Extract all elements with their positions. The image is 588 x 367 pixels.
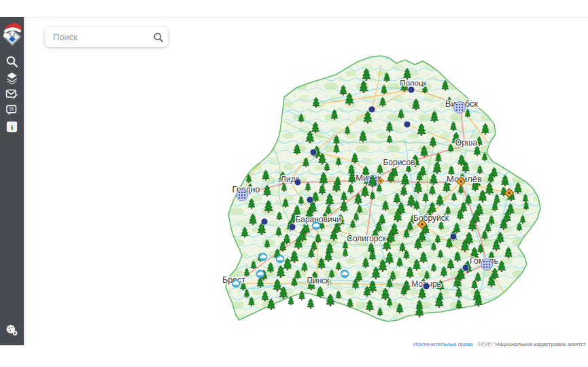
cloud-marker[interactable]	[232, 279, 240, 287]
city-label: Орша	[455, 138, 478, 147]
app-window: ПолоцкВитебскОршаБорисовМинскЛидаГродноМ…	[0, 0, 588, 367]
city-label: Бобруйск	[413, 213, 449, 223]
svg-text:?!: ?!	[9, 106, 14, 112]
nca-logo-santa[interactable]	[1, 19, 24, 49]
cloud-marker[interactable]	[256, 270, 264, 278]
cookie-settings-button[interactable]	[3, 323, 22, 337]
search-icon	[153, 32, 164, 43]
map-canvas[interactable]: ПолоцкВитебскОршаБорисовМинскЛидаГродноМ…	[0, 0, 588, 367]
feedback-button[interactable]	[3, 87, 22, 101]
city-marker[interactable]	[454, 102, 466, 113]
town-marker[interactable]	[289, 224, 296, 230]
town-marker[interactable]	[462, 264, 469, 271]
city-marker[interactable]	[481, 259, 493, 270]
help-button[interactable]: ?!	[3, 103, 22, 118]
christmas-tree-marker[interactable]	[288, 297, 294, 305]
city-label: Пинск	[307, 276, 330, 285]
search-tool-button[interactable]	[3, 54, 22, 69]
content-divider	[24, 17, 588, 18]
search-box	[45, 27, 168, 47]
map-attribution: Исключительные права©ГУП "Национальное к…	[413, 341, 586, 348]
city-label: Полоцк	[400, 79, 427, 87]
town-marker[interactable]	[307, 196, 313, 203]
search-submit-button[interactable]	[149, 27, 168, 47]
mail-edit-icon	[5, 88, 18, 101]
cloud-marker[interactable]	[276, 255, 284, 263]
cookie-gear-icon	[5, 324, 19, 337]
sidebar: ?! i	[0, 17, 24, 345]
city-label: Борисов	[383, 158, 415, 167]
town-marker[interactable]	[408, 86, 415, 93]
info-icon: i	[6, 121, 18, 133]
search-icon	[5, 55, 18, 68]
search-input[interactable]	[45, 32, 149, 42]
town-marker[interactable]	[404, 121, 411, 128]
cloud-marker[interactable]	[259, 253, 267, 261]
city-label: Солигорск	[347, 234, 386, 243]
info-button[interactable]: i	[3, 120, 22, 134]
copyright-text: ©ГУП "Национальное кадастровое агентст	[478, 341, 586, 347]
town-marker[interactable]	[423, 283, 430, 290]
cloud-marker[interactable]	[341, 270, 349, 278]
layers-icon	[5, 71, 18, 84]
town-marker[interactable]	[368, 106, 375, 113]
belarus-map[interactable]: ПолоцкВитебскОршаБорисовМинскЛидаГродноМ…	[0, 0, 588, 367]
town-marker[interactable]	[310, 149, 317, 156]
svg-text:i: i	[11, 123, 13, 131]
cloud-marker[interactable]	[312, 222, 320, 230]
chat-question-icon: ?!	[5, 104, 18, 117]
town-marker[interactable]	[261, 218, 268, 225]
town-marker[interactable]	[294, 179, 301, 186]
city-marker[interactable]	[237, 190, 248, 201]
exclusive-rights-link[interactable]: Исключительные права	[413, 341, 473, 347]
sidebar-nav: ?! i	[3, 54, 22, 134]
layers-button[interactable]	[3, 71, 22, 85]
christmas-tree-marker[interactable]	[307, 298, 314, 309]
town-marker[interactable]	[450, 233, 457, 240]
